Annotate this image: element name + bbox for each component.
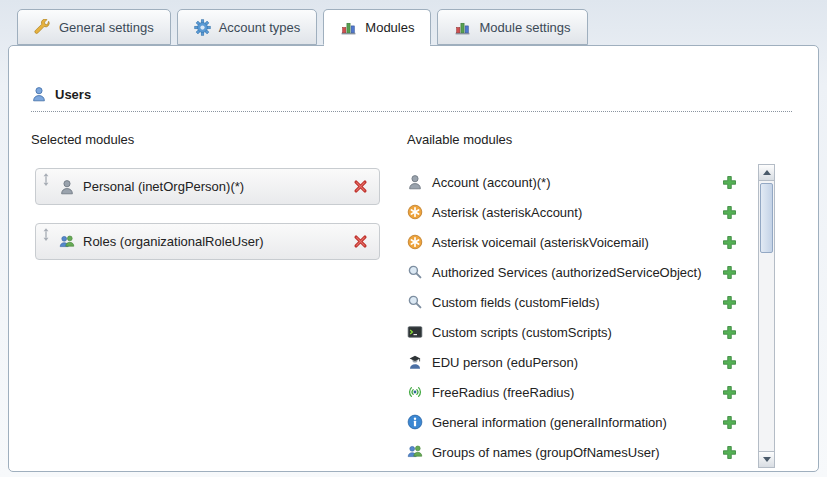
add-module-button[interactable] — [722, 235, 737, 250]
remove-module-button[interactable] — [352, 178, 369, 195]
asterisk-icon — [407, 204, 423, 220]
person-icon — [59, 179, 75, 195]
tab-bar: General settings Account types Modules M… — [17, 9, 588, 45]
group-icon — [407, 444, 423, 460]
drag-handle-icon[interactable] — [41, 227, 51, 242]
tab-label: General settings — [59, 20, 154, 35]
scroll-up-button[interactable] — [759, 165, 774, 181]
selected-module-row: Roles (organizationalRoleUser) — [35, 223, 380, 260]
available-modules-list: Account (account)(*) Asterisk (asteriskA… — [407, 167, 739, 467]
tab-modules[interactable]: Modules — [323, 9, 431, 45]
selected-module-label: Personal (inetOrgPerson)(*) — [83, 179, 344, 194]
available-modules-heading: Available modules — [407, 132, 512, 147]
available-module-label: Groups of names (groupOfNamesUser) — [432, 445, 713, 460]
available-module-row: Asterisk (asteriskAccount) — [407, 197, 739, 227]
terminal-icon — [407, 324, 423, 340]
available-module-row: Authorized Services (authorizedServiceOb… — [407, 257, 739, 287]
gear-icon — [194, 19, 211, 36]
tab-label: Module settings — [479, 20, 570, 35]
tab-account-types[interactable]: Account types — [177, 9, 318, 45]
available-module-label: Custom scripts (customScripts) — [432, 325, 713, 340]
available-module-row: FreeRadius (freeRadius) — [407, 377, 739, 407]
available-module-label: Account (account)(*) — [432, 175, 713, 190]
chart-icon — [454, 19, 471, 36]
add-module-button[interactable] — [722, 445, 737, 460]
add-module-button[interactable] — [722, 415, 737, 430]
page: General settings Account types Modules M… — [0, 0, 827, 477]
users-section-header: Users — [31, 86, 792, 112]
person-icon — [407, 174, 423, 190]
add-module-button[interactable] — [722, 265, 737, 280]
tab-general-settings[interactable]: General settings — [17, 9, 171, 45]
users-section-title: Users — [55, 87, 91, 102]
available-module-label: Authorized Services (authorizedServiceOb… — [432, 265, 713, 280]
add-module-button[interactable] — [722, 385, 737, 400]
available-module-row: Custom scripts (customScripts) — [407, 317, 739, 347]
arrow-down-icon — [763, 457, 771, 462]
available-module-row: Asterisk voicemail (asteriskVoicemail) — [407, 227, 739, 257]
available-module-label: Asterisk voicemail (asteriskVoicemail) — [432, 235, 713, 250]
available-module-row: EDU person (eduPerson) — [407, 347, 739, 377]
scrollbar-thumb[interactable] — [760, 183, 773, 253]
tab-label: Account types — [219, 20, 301, 35]
available-module-label: EDU person (eduPerson) — [432, 355, 713, 370]
selected-module-label: Roles (organizationalRoleUser) — [83, 234, 344, 249]
user-icon — [31, 86, 47, 102]
content-panel: Users Selected modules Available modules… — [8, 45, 819, 472]
available-module-label: Asterisk (asteriskAccount) — [432, 205, 713, 220]
magnifier-icon — [407, 264, 423, 280]
arrow-up-icon — [763, 170, 771, 175]
selected-module-row: Personal (inetOrgPerson)(*) — [35, 168, 380, 205]
asterisk-icon — [407, 234, 423, 250]
selected-modules-list: Personal (inetOrgPerson)(*) Roles (organ… — [35, 168, 380, 260]
add-module-button[interactable] — [722, 295, 737, 310]
graduate-icon — [407, 354, 423, 370]
scrollbar[interactable] — [758, 164, 775, 468]
tab-label: Modules — [365, 20, 414, 35]
scrollbar-track[interactable] — [759, 181, 774, 451]
add-module-button[interactable] — [722, 205, 737, 220]
available-module-label: FreeRadius (freeRadius) — [432, 385, 713, 400]
add-module-button[interactable] — [722, 325, 737, 340]
add-module-button[interactable] — [722, 175, 737, 190]
available-module-label: Custom fields (customFields) — [432, 295, 713, 310]
magnifier-icon — [407, 294, 423, 310]
drag-handle-icon[interactable] — [41, 172, 51, 187]
available-module-row: Custom fields (customFields) — [407, 287, 739, 317]
selected-modules-heading: Selected modules — [31, 132, 134, 147]
tab-module-settings[interactable]: Module settings — [437, 9, 587, 45]
scroll-down-button[interactable] — [759, 451, 774, 467]
remove-module-button[interactable] — [352, 233, 369, 250]
available-module-row: General information (generalInformation) — [407, 407, 739, 437]
group-icon — [59, 234, 75, 250]
add-module-button[interactable] — [722, 355, 737, 370]
available-module-label: General information (generalInformation) — [432, 415, 713, 430]
chart-icon — [340, 19, 357, 36]
available-module-row: Groups of names (groupOfNamesUser) — [407, 437, 739, 467]
available-module-row: Account (account)(*) — [407, 167, 739, 197]
info-icon — [407, 414, 423, 430]
wrench-icon — [34, 19, 51, 36]
antenna-icon — [407, 384, 423, 400]
